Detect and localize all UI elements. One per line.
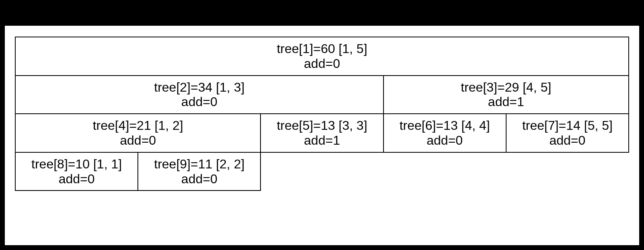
tree-node-add: add=1: [488, 94, 524, 109]
tree-node-add: add=0: [427, 133, 463, 148]
tree-node-4: tree[4]=21 [1, 2] add=0: [15, 113, 261, 153]
tree-node-label: tree[3]=29 [4, 5]: [461, 80, 551, 95]
tree-node-add: add=0: [59, 172, 95, 186]
tree-node-label: tree[2]=34 [1, 3]: [154, 80, 244, 95]
tree-node-2: tree[2]=34 [1, 3] add=0: [15, 75, 384, 115]
tree-node-label: tree[7]=14 [5, 5]: [522, 118, 613, 133]
tree-node-label: tree[1]=60 [1, 5]: [277, 41, 367, 56]
tree-node-1: tree[1]=60 [1, 5] add=0: [15, 37, 629, 76]
page: tree[1]=60 [1, 5] add=0 tree[2]=34 [1, 3…: [0, 0, 644, 250]
tree-node-label: tree[9]=11 [2, 2]: [154, 157, 244, 172]
tree-node-6: tree[6]=13 [4, 4] add=0: [383, 113, 507, 153]
segment-tree: tree[1]=60 [1, 5] add=0 tree[2]=34 [1, 3…: [15, 37, 629, 191]
tree-node-add: add=1: [304, 133, 340, 148]
tree-node-label: tree[5]=13 [3, 3]: [277, 118, 367, 133]
diagram-panel: tree[1]=60 [1, 5] add=0 tree[2]=34 [1, 3…: [4, 25, 640, 246]
tree-node-add: add=0: [120, 133, 156, 148]
tree-node-3: tree[3]=29 [4, 5] add=1: [383, 75, 629, 115]
tree-node-7: tree[7]=14 [5, 5] add=0: [506, 113, 629, 153]
tree-node-8: tree[8]=10 [1, 1] add=0: [15, 152, 138, 191]
tree-node-5: tree[5]=13 [3, 3] add=1: [260, 113, 384, 153]
tree-node-label: tree[6]=13 [4, 4]: [400, 118, 490, 133]
tree-node-label: tree[8]=10 [1, 1]: [31, 157, 122, 172]
tree-node-add: add=0: [181, 94, 217, 109]
tree-node-label: tree[4]=21 [1, 2]: [93, 118, 183, 133]
tree-node-add: add=0: [304, 56, 340, 71]
tree-node-9: tree[9]=11 [2, 2] add=0: [137, 152, 261, 191]
tree-node-add: add=0: [181, 172, 217, 186]
tree-node-add: add=0: [549, 133, 585, 148]
